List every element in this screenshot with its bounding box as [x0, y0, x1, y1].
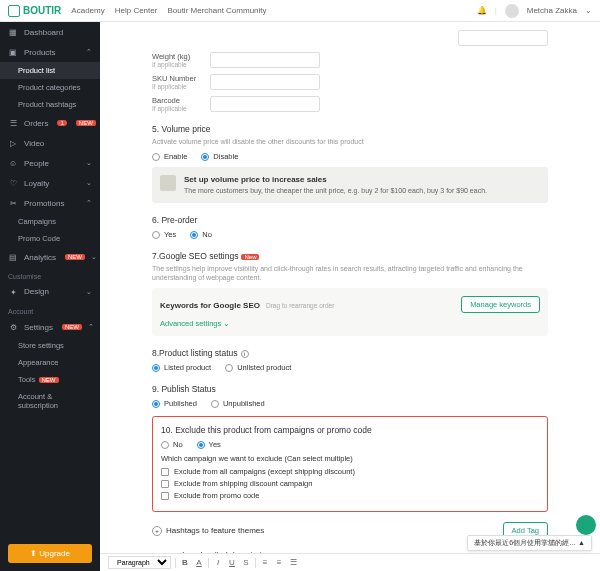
chevron-icon: ⌄ — [86, 179, 92, 187]
gear-icon: ⚙ — [8, 322, 18, 332]
discount-icon — [160, 175, 176, 191]
sidebar-sub-product-hashtags[interactable]: Product hashtags — [0, 96, 100, 113]
align-left-icon[interactable]: ≡ — [260, 558, 270, 568]
volume-price-info: Set up volume price to increase salesThe… — [152, 167, 548, 203]
bold-icon[interactable]: B — [180, 558, 190, 568]
chevron-icon: ⌃ — [86, 199, 92, 207]
chevron-icon: ⌃ — [86, 48, 92, 56]
radio-preorder-yes[interactable]: Yes — [152, 230, 176, 239]
weight-label: Weight (kg) — [152, 52, 202, 61]
hashtags-label: Hashtags to feature themes — [166, 526, 264, 535]
chart-icon: ▤ — [8, 252, 18, 262]
sidebar-sub-appearance[interactable]: Appearance — [0, 354, 100, 371]
advanced-settings-link[interactable]: Advanced settings ⌄ — [160, 319, 540, 328]
nav-academy[interactable]: Academy — [71, 6, 104, 15]
section-listing: 8.Product listing statusi — [152, 348, 548, 358]
upgrade-button[interactable]: ⬆ Upgrade — [8, 544, 92, 563]
sidebar-item-promotions[interactable]: ✂Promotions⌃ — [0, 193, 100, 213]
section-preorder: 6. Pre-order — [152, 215, 548, 225]
sidebar-sub-campaigns[interactable]: Campaigns — [0, 213, 100, 230]
toast-message[interactable]: 基於你最近6個月使用掌舖的經… ▲ — [467, 535, 592, 551]
sidebar-sub-product-categories[interactable]: Product categories — [0, 79, 100, 96]
promo-icon: ✂ — [8, 198, 18, 208]
video-icon: ▷ — [8, 138, 18, 148]
sidebar-item-orders[interactable]: ☰Orders1NEW⌄ — [0, 113, 100, 133]
new-badge: New — [241, 254, 259, 260]
radio-exclude-yes[interactable]: Yes — [197, 440, 221, 449]
paragraph-select[interactable]: Paragraph — [108, 556, 171, 569]
section-account: Account — [0, 302, 100, 317]
chevron-down-icon[interactable]: ⌄ — [585, 6, 592, 15]
people-icon: ☺ — [8, 158, 18, 168]
check-exclude-shipping[interactable]: Exclude from shipping discount campaign — [161, 479, 539, 488]
radio-preorder-no[interactable]: No — [190, 230, 212, 239]
editor-toolbar: Paragraph B A I U S ≡ ≡ ☰ — [100, 553, 600, 571]
check-exclude-promo[interactable]: Exclude from promo code — [161, 491, 539, 500]
logo[interactable]: BOUTIR — [8, 5, 61, 17]
sidebar-item-design[interactable]: ✦Design ⌄ — [0, 282, 100, 302]
radio-disable[interactable]: Disable — [201, 152, 238, 161]
design-icon: ✦ — [8, 287, 18, 297]
sidebar-item-analytics[interactable]: ▤AnalyticsNEW⌄ — [0, 247, 100, 267]
box-icon: ▣ — [8, 47, 18, 57]
underline-icon[interactable]: U — [227, 558, 237, 568]
sidebar-sub-account-&-subscription[interactable]: Account & subscription — [0, 388, 100, 414]
nav-help[interactable]: Help Center — [115, 6, 158, 15]
section-seo: 7.Google SEO settingsNew — [152, 251, 548, 261]
exclude-title: 10. Exclude this product from campaigns … — [161, 425, 539, 435]
nav-community[interactable]: Boutir Merchant Community — [167, 6, 266, 15]
chevron-up-icon: ⌃ — [88, 323, 94, 331]
manage-keywords-button[interactable]: Manage keywords — [461, 296, 540, 313]
section-publish: 9. Publish Status — [152, 384, 548, 394]
section-customise: Customise — [0, 267, 100, 282]
plus-icon[interactable]: + — [152, 526, 162, 536]
chevron-icon: ⌄ — [86, 159, 92, 167]
bell-icon[interactable]: 🔔 — [477, 6, 487, 15]
radio-published[interactable]: Published — [152, 399, 197, 408]
count-badge: 1 — [57, 120, 66, 126]
exclude-section: 10. Exclude this product from campaigns … — [152, 416, 548, 512]
font-color-icon[interactable]: A — [194, 558, 204, 568]
strike-icon[interactable]: S — [241, 558, 251, 568]
sidebar-sub-tools[interactable]: ToolsNEW — [0, 371, 100, 388]
sidebar-item-products[interactable]: ▣Products⌃ — [0, 42, 100, 62]
radio-listed[interactable]: Listed product — [152, 363, 211, 372]
radio-unpublished[interactable]: Unpublished — [211, 399, 265, 408]
new-badge: NEW — [65, 254, 85, 260]
new-badge: NEW — [39, 377, 59, 383]
radio-enable[interactable]: Enable — [152, 152, 187, 161]
sidebar-item-loyalty[interactable]: ♡Loyalty⌄ — [0, 173, 100, 193]
top-input[interactable] — [458, 30, 548, 46]
section-volume-price: 5. Volume price — [152, 124, 548, 134]
logo-icon — [8, 5, 20, 17]
barcode-input[interactable] — [210, 96, 320, 112]
info-icon[interactable]: i — [241, 350, 249, 358]
chevron-icon: ⌄ — [91, 253, 97, 261]
sidebar-item-settings[interactable]: ⚙SettingsNEW ⌃ — [0, 317, 100, 337]
keywords-label: Keywords for Google SEO — [160, 301, 260, 310]
sidebar-sub-product-list[interactable]: Product list — [0, 62, 100, 79]
chevron-down-icon: ⌄ — [86, 288, 92, 296]
list-icon[interactable]: ☰ — [288, 558, 298, 568]
avatar[interactable] — [505, 4, 519, 18]
sidebar-item-dashboard[interactable]: ▦Dashboard — [0, 22, 100, 42]
sku-label: SKU Number — [152, 74, 202, 83]
sidebar-sub-store-settings[interactable]: Store settings — [0, 337, 100, 354]
weight-input[interactable] — [210, 52, 320, 68]
barcode-label: Barcode — [152, 96, 202, 105]
sidebar-item-video[interactable]: ▷Video — [0, 133, 100, 153]
user-name[interactable]: Metcha Zakka — [527, 6, 577, 15]
sidebar-item-people[interactable]: ☺People⌄ — [0, 153, 100, 173]
sidebar: ▦Dashboard▣Products⌃Product listProduct … — [0, 22, 100, 571]
italic-icon[interactable]: I — [213, 558, 223, 568]
sidebar-sub-promo-code[interactable]: Promo Code — [0, 230, 100, 247]
radio-exclude-no[interactable]: No — [161, 440, 183, 449]
new-badge: NEW — [76, 120, 96, 126]
radio-unlisted[interactable]: Unlisted product — [225, 363, 291, 372]
new-badge: NEW — [62, 324, 82, 330]
loyalty-icon: ♡ — [8, 178, 18, 188]
align-center-icon[interactable]: ≡ — [274, 558, 284, 568]
sku-input[interactable] — [210, 74, 320, 90]
check-exclude-all[interactable]: Exclude from all campaigns (except shipp… — [161, 467, 539, 476]
chat-bubble-icon[interactable] — [576, 515, 596, 535]
